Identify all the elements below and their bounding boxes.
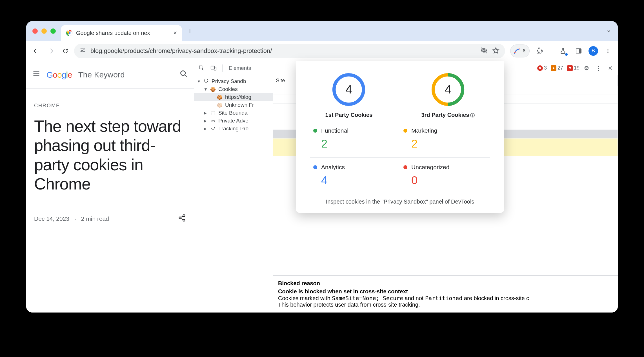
device-mode-button[interactable] bbox=[209, 63, 218, 73]
tree-item[interactable]: 🍪https://blog bbox=[194, 93, 273, 101]
svg-point-8 bbox=[183, 215, 185, 217]
category-dot-icon bbox=[313, 165, 317, 169]
svg-point-6 bbox=[607, 52, 609, 53]
new-tab-button[interactable]: + bbox=[188, 26, 192, 35]
devtools-issue-counts: ✕3 ▲27 ⚑19 bbox=[537, 65, 579, 71]
info-icon[interactable]: ⓘ bbox=[470, 113, 475, 118]
web-page: Google The Keyword CHROME The next step … bbox=[26, 61, 194, 313]
third-party-value: 4 bbox=[431, 72, 465, 107]
third-party-label: 3rd Party Cookiesⓘ bbox=[421, 112, 475, 119]
breadcrumb[interactable]: CHROME bbox=[34, 103, 186, 109]
extension-popover: 4 1st Party Cookies 4 3rd Party Cookiesⓘ… bbox=[296, 61, 504, 213]
category-dot-icon bbox=[313, 129, 317, 133]
devtools-close-button[interactable]: ✕ bbox=[605, 63, 615, 73]
sidebar-tree: ▼🛡Privacy Sandb▼🍪Cookies🍪https://blog🍪Un… bbox=[194, 75, 273, 313]
blocked-body-line2: This behavior protects user data from cr… bbox=[278, 302, 613, 308]
meta-separator: · bbox=[74, 215, 76, 222]
category-dot-icon bbox=[403, 165, 407, 169]
category-name: Uncategorized bbox=[411, 164, 449, 171]
cookie-faded-icon: 🍪 bbox=[217, 102, 223, 108]
tab-strip: Google shares update on nex × + bbox=[26, 21, 618, 41]
category-value: 2 bbox=[321, 137, 396, 150]
column-site[interactable]: Site bbox=[273, 75, 298, 86]
share-button[interactable] bbox=[178, 214, 186, 224]
category-cell: Marketing2 bbox=[400, 121, 490, 157]
blocked-body: Cookies marked with SameSite=None; Secur… bbox=[278, 295, 613, 302]
tree-item[interactable]: ▶🛡Tracking Pro bbox=[194, 125, 273, 133]
chrome-menu-button[interactable] bbox=[602, 45, 614, 57]
blocked-heading: Blocked reason bbox=[278, 280, 613, 287]
donut-row: 4 1st Party Cookies 4 3rd Party Cookiesⓘ bbox=[301, 69, 499, 121]
maximize-window-button[interactable] bbox=[50, 28, 56, 34]
toolbar: blog.google/products/chrome/privacy-sand… bbox=[26, 41, 618, 61]
bound-icon: ⬚ bbox=[210, 110, 216, 116]
category-name: Functional bbox=[321, 127, 348, 134]
read-time: 2 min read bbox=[81, 215, 109, 222]
bookmark-star-icon[interactable] bbox=[492, 47, 499, 55]
category-cell: Functional2 bbox=[310, 121, 400, 157]
devtools-tab-elements[interactable]: Elements bbox=[229, 65, 251, 71]
tab-close-button[interactable]: × bbox=[173, 29, 177, 37]
google-logo[interactable]: Google bbox=[46, 70, 72, 80]
category-cell: Analytics4 bbox=[310, 157, 400, 194]
shield-icon: 🛡 bbox=[210, 126, 216, 132]
tree-item[interactable]: ▶⬚Site Bounda bbox=[194, 109, 273, 117]
article-headline: The next step toward phasing out third-p… bbox=[34, 117, 186, 194]
warning-count[interactable]: ▲27 bbox=[551, 65, 563, 71]
popover-footer: Inspect cookies in the "Privacy Sandbox"… bbox=[301, 194, 499, 205]
site-section[interactable]: The Keyword bbox=[78, 70, 125, 79]
tree-item[interactable]: 🍪Unknown Fr bbox=[194, 101, 273, 109]
omnibox[interactable]: blog.google/products/chrome/privacy-sand… bbox=[74, 44, 505, 58]
reload-button[interactable] bbox=[59, 45, 71, 57]
third-party-donut: 4 3rd Party Cookiesⓘ bbox=[421, 72, 475, 119]
ads-icon: ✉ bbox=[210, 118, 216, 124]
first-party-label: 1st Party Cookies bbox=[325, 112, 373, 118]
cookie-icon: 🍪 bbox=[210, 86, 216, 92]
svg-point-4 bbox=[607, 48, 609, 50]
svg-point-10 bbox=[183, 219, 185, 221]
category-name: Analytics bbox=[321, 164, 345, 171]
search-button[interactable] bbox=[180, 70, 188, 80]
url-text: blog.google/products/chrome/privacy-sand… bbox=[90, 47, 476, 55]
extension-badge-count: 8 bbox=[523, 48, 525, 53]
browser-window: Google shares update on nex × + blog.goo… bbox=[26, 21, 618, 313]
article-date: Dec 14, 2023 bbox=[34, 215, 69, 222]
svg-point-9 bbox=[179, 217, 181, 219]
labs-button[interactable] bbox=[557, 45, 569, 57]
devtools-tabs: Elements bbox=[226, 65, 251, 71]
window-controls bbox=[30, 28, 61, 34]
first-party-donut: 4 1st Party Cookies bbox=[325, 72, 373, 119]
blocked-title: Cookie is blocked when set in cross-site… bbox=[278, 288, 613, 295]
tree-item[interactable]: ▶✉Private Adve bbox=[194, 117, 273, 125]
devtools-more-button[interactable]: ⋮ bbox=[594, 63, 603, 73]
hamburger-menu-button[interactable] bbox=[32, 70, 40, 80]
svg-point-7 bbox=[181, 71, 185, 75]
extensions-button[interactable] bbox=[534, 45, 545, 57]
tree-item[interactable]: ▼🍪Cookies bbox=[194, 85, 273, 93]
sidepanel-button[interactable] bbox=[573, 45, 585, 57]
error-count[interactable]: ✕3 bbox=[537, 65, 547, 71]
devtools-settings-button[interactable]: ⚙ bbox=[582, 63, 591, 73]
tab-search-button[interactable] bbox=[603, 25, 614, 37]
blocked-reason-panel: Blocked reason Cookie is blocked when se… bbox=[273, 275, 618, 313]
category-dot-icon bbox=[403, 129, 407, 133]
eye-off-icon[interactable] bbox=[480, 47, 488, 55]
issue-count[interactable]: ⚑19 bbox=[567, 65, 579, 71]
close-window-button[interactable] bbox=[32, 28, 38, 34]
toolbar-actions: 8 B bbox=[508, 44, 614, 57]
forward-button[interactable] bbox=[45, 45, 57, 57]
tab-title: Google shares update on nex bbox=[76, 30, 170, 36]
browser-tab[interactable]: Google shares update on nex × bbox=[61, 25, 182, 41]
minimize-window-button[interactable] bbox=[41, 28, 47, 34]
cookie-icon: 🍪 bbox=[217, 94, 223, 100]
category-name: Marketing bbox=[411, 127, 437, 134]
category-grid: Functional2Marketing2Analytics4Uncategor… bbox=[301, 121, 499, 194]
article-meta: Dec 14, 2023 · 2 min read bbox=[34, 214, 186, 224]
back-button[interactable] bbox=[30, 45, 42, 57]
extension-popup-trigger[interactable]: 8 bbox=[510, 44, 530, 57]
site-settings-icon[interactable] bbox=[80, 47, 86, 55]
profile-avatar[interactable]: B bbox=[589, 46, 598, 56]
tree-item[interactable]: ▼🛡Privacy Sandb bbox=[194, 77, 273, 85]
inspect-element-button[interactable] bbox=[197, 63, 206, 73]
article: CHROME The next step toward phasing out … bbox=[26, 89, 194, 238]
